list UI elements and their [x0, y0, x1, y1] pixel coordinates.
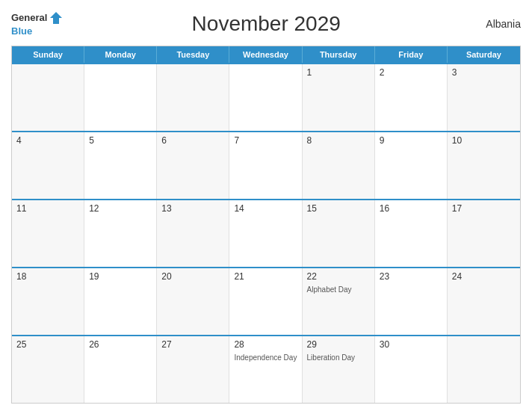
page-header: General Blue November 2029 Albania — [11, 7, 521, 40]
day-number: 24 — [452, 271, 516, 282]
calendar-day-cell[interactable]: 7 — [229, 132, 302, 199]
day-of-week-header: Sunday — [12, 46, 84, 63]
calendar-day-cell[interactable]: 2 — [375, 64, 448, 131]
day-number: 16 — [380, 203, 442, 214]
day-number: 12 — [89, 203, 152, 214]
day-number: 30 — [380, 339, 442, 350]
calendar-week: 123 — [12, 63, 520, 131]
calendar-day-cell[interactable]: 16 — [375, 200, 448, 267]
day-number: 26 — [89, 339, 152, 350]
calendar-day-cell[interactable]: 3 — [448, 64, 520, 131]
calendar-day-cell[interactable]: 6 — [157, 132, 229, 199]
calendar-day-cell[interactable]: 25 — [12, 336, 84, 403]
calendar-day-cell[interactable]: 14 — [229, 200, 302, 267]
calendar: SundayMondayTuesdayWednesdayThursdayFrid… — [11, 46, 521, 404]
day-number: 4 — [16, 135, 79, 146]
calendar-week: 1819202122Alphabet Day2324 — [12, 267, 520, 335]
calendar-day-cell[interactable] — [157, 64, 229, 131]
day-number: 10 — [452, 135, 516, 146]
calendar-day-cell[interactable]: 15 — [303, 200, 375, 267]
day-number: 23 — [380, 271, 442, 282]
calendar-day-cell[interactable]: 21 — [229, 268, 302, 335]
day-number: 18 — [16, 271, 79, 282]
day-number: 22 — [307, 271, 370, 282]
calendar-day-cell[interactable]: 28Independence Day — [229, 336, 302, 403]
calendar-day-cell[interactable]: 30 — [375, 336, 448, 403]
day-of-week-header: Tuesday — [157, 46, 229, 63]
calendar-page: General Blue November 2029 Albania Sunda… — [0, 0, 532, 411]
day-number: 15 — [307, 203, 370, 214]
day-number: 27 — [161, 339, 224, 350]
calendar-day-cell[interactable] — [229, 64, 302, 131]
calendar-day-cell[interactable]: 22Alphabet Day — [303, 268, 375, 335]
calendar-day-cell[interactable]: 19 — [84, 268, 157, 335]
day-event: Alphabet Day — [307, 285, 370, 294]
calendar-day-cell[interactable] — [12, 64, 84, 131]
day-number: 1 — [307, 67, 370, 78]
calendar-day-cell[interactable]: 4 — [12, 132, 84, 199]
calendar-body: 12345678910111213141516171819202122Alpha… — [12, 63, 520, 403]
calendar-week: 45678910 — [12, 131, 520, 199]
calendar-day-cell[interactable]: 17 — [448, 200, 520, 267]
calendar-day-cell[interactable]: 27 — [157, 336, 229, 403]
calendar-header: SundayMondayTuesdayWednesdayThursdayFrid… — [12, 46, 520, 63]
day-number: 7 — [234, 135, 297, 146]
calendar-day-cell[interactable] — [84, 64, 157, 131]
day-number: 21 — [234, 271, 297, 282]
page-title: November 2029 — [64, 12, 468, 36]
day-number: 13 — [161, 203, 224, 214]
calendar-week: 11121314151617 — [12, 199, 520, 267]
calendar-day-cell[interactable]: 10 — [448, 132, 520, 199]
svg-marker-0 — [50, 12, 62, 24]
day-number: 14 — [234, 203, 297, 214]
day-of-week-header: Saturday — [448, 46, 520, 63]
country-label: Albania — [468, 18, 521, 30]
day-of-week-header: Monday — [84, 46, 157, 63]
day-number: 28 — [234, 339, 297, 350]
day-number: 9 — [380, 135, 442, 146]
day-number: 17 — [452, 203, 516, 214]
calendar-day-cell[interactable]: 24 — [448, 268, 520, 335]
calendar-day-cell[interactable]: 29Liberation Day — [303, 336, 375, 403]
day-number: 5 — [89, 135, 152, 146]
calendar-day-cell[interactable]: 8 — [303, 132, 375, 199]
calendar-day-cell[interactable]: 20 — [157, 268, 229, 335]
calendar-day-cell[interactable]: 12 — [84, 200, 157, 267]
logo-general-text: General — [11, 13, 47, 23]
day-number: 11 — [16, 203, 79, 214]
calendar-day-cell[interactable]: 11 — [12, 200, 84, 267]
day-event: Liberation Day — [307, 353, 370, 362]
day-event: Independence Day — [234, 353, 297, 362]
logo-blue-text: Blue — [11, 25, 32, 37]
calendar-day-cell[interactable]: 18 — [12, 268, 84, 335]
calendar-day-cell[interactable]: 26 — [84, 336, 157, 403]
day-of-week-header: Friday — [375, 46, 448, 63]
day-number: 20 — [161, 271, 224, 282]
day-number: 19 — [89, 271, 152, 282]
day-number: 6 — [161, 135, 224, 146]
calendar-day-cell[interactable] — [448, 336, 520, 403]
day-number: 3 — [452, 67, 516, 78]
calendar-day-cell[interactable]: 5 — [84, 132, 157, 199]
logo-icon — [49, 10, 64, 25]
day-number: 8 — [307, 135, 370, 146]
calendar-day-cell[interactable]: 9 — [375, 132, 448, 199]
day-number: 29 — [307, 339, 370, 350]
calendar-day-cell[interactable]: 1 — [303, 64, 375, 131]
day-of-week-header: Wednesday — [229, 46, 302, 63]
day-of-week-header: Thursday — [303, 46, 375, 63]
day-number: 2 — [380, 67, 442, 78]
calendar-day-cell[interactable]: 13 — [157, 200, 229, 267]
calendar-day-cell[interactable]: 23 — [375, 268, 448, 335]
logo: General Blue — [11, 10, 64, 37]
day-number: 25 — [16, 339, 79, 350]
calendar-week: 25262728Independence Day29Liberation Day… — [12, 335, 520, 403]
